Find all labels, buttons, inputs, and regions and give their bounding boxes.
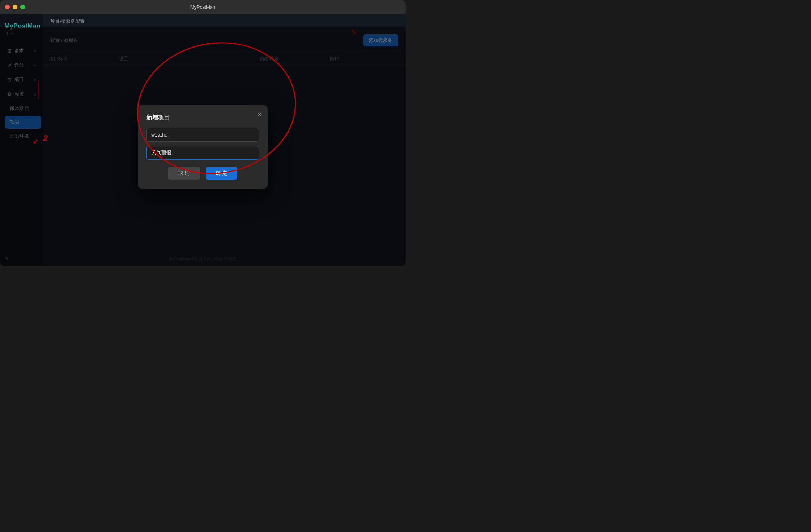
dialog-actions: 取 消 确 定 bbox=[146, 167, 259, 180]
page-breadcrumb-top: 项目/微服务配置 bbox=[51, 18, 85, 25]
titlebar: MyPostMan bbox=[0, 0, 406, 14]
minimize-button[interactable] bbox=[13, 5, 17, 9]
maximize-button[interactable] bbox=[20, 5, 25, 9]
confirm-button[interactable]: 确 定 bbox=[206, 167, 237, 180]
add-project-dialog: 新增项目 ✕ 取 消 确 定 bbox=[138, 105, 268, 189]
dialog-title: 新增项目 bbox=[146, 114, 259, 121]
modal-overlay: 新增项目 ✕ 取 消 确 定 bbox=[0, 27, 406, 266]
cancel-button[interactable]: 取 消 bbox=[168, 167, 200, 180]
project-name-input[interactable] bbox=[146, 146, 259, 160]
close-button[interactable] bbox=[5, 5, 10, 9]
titlebar-buttons bbox=[5, 5, 25, 9]
dialog-close-button[interactable]: ✕ bbox=[257, 111, 262, 118]
window-title: MyPostMan bbox=[190, 4, 215, 10]
project-id-input[interactable] bbox=[146, 128, 259, 142]
